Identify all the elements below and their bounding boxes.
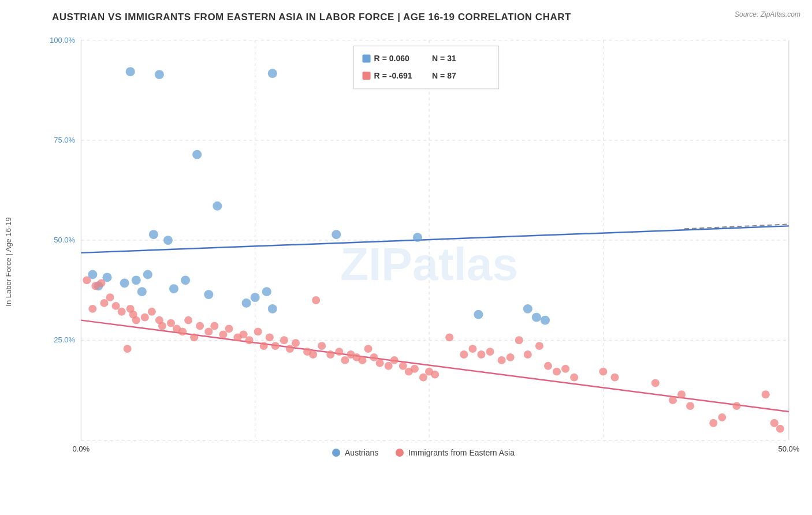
svg-point-57: [141, 314, 149, 322]
svg-point-34: [137, 287, 147, 296]
svg-point-95: [385, 362, 393, 370]
svg-point-63: [178, 327, 187, 335]
svg-point-41: [268, 304, 277, 314]
svg-text:R = 0.060: R = 0.060: [374, 54, 410, 63]
svg-point-105: [468, 345, 476, 353]
svg-rect-129: [353, 46, 498, 89]
svg-point-66: [196, 322, 204, 330]
svg-point-102: [431, 371, 439, 379]
svg-point-51: [106, 293, 114, 301]
svg-point-99: [411, 365, 419, 373]
svg-point-127: [770, 419, 779, 427]
svg-point-42: [474, 310, 483, 319]
svg-point-108: [498, 356, 506, 364]
svg-point-85: [318, 342, 326, 350]
svg-point-87: [335, 348, 343, 356]
svg-point-110: [515, 336, 523, 344]
svg-point-100: [419, 374, 427, 382]
svg-point-118: [610, 374, 619, 382]
svg-point-114: [553, 368, 561, 376]
svg-text:N = 31: N = 31: [432, 54, 456, 63]
svg-point-96: [390, 356, 398, 364]
svg-text:N = 87: N = 87: [432, 71, 456, 80]
svg-point-97: [399, 362, 407, 370]
svg-point-94: [376, 359, 384, 367]
svg-point-50: [100, 299, 108, 307]
svg-text:75.0%: 75.0%: [54, 136, 75, 144]
svg-rect-130: [363, 55, 371, 63]
svg-point-79: [280, 336, 288, 344]
svg-point-39: [251, 293, 260, 302]
source-text: Source: ZipAtlas.com: [735, 10, 800, 18]
svg-point-52: [112, 302, 120, 310]
svg-point-93: [370, 353, 378, 361]
svg-point-49: [88, 305, 96, 313]
svg-point-26: [331, 230, 341, 239]
legend-eastern-asia: Immigrants from Eastern Asia: [396, 448, 515, 457]
bottom-legend: Austrians Immigrants from Eastern Asia: [332, 448, 515, 457]
svg-point-61: [167, 319, 175, 327]
svg-point-20: [155, 70, 164, 79]
svg-point-128: [776, 425, 784, 433]
svg-text:R = -0.691: R = -0.691: [374, 71, 412, 80]
svg-point-24: [149, 230, 158, 239]
svg-point-91: [358, 356, 366, 364]
svg-point-56: [132, 316, 140, 324]
chart-svg: 100.0% 75.0% 50.0% 25.0% 0.0% 50.0%: [46, 29, 800, 463]
svg-point-48: [97, 279, 105, 287]
svg-point-67: [124, 345, 132, 353]
svg-point-37: [204, 290, 213, 299]
svg-point-109: [506, 353, 515, 361]
svg-point-124: [718, 413, 726, 421]
svg-point-83: [309, 350, 317, 359]
svg-point-69: [210, 322, 218, 330]
svg-point-35: [169, 284, 178, 293]
chart-area: 100.0% 75.0% 50.0% 25.0% 0.0% 50.0%: [46, 29, 800, 463]
svg-point-65: [190, 333, 198, 341]
y-axis-label: In Labor Force | Age 16-19: [4, 217, 13, 306]
legend-austrians: Austrians: [332, 448, 378, 457]
svg-text:ZIPatlas: ZIPatlas: [340, 239, 518, 290]
svg-point-86: [326, 350, 334, 359]
svg-point-120: [669, 396, 677, 404]
svg-text:100.0%: 100.0%: [50, 36, 76, 44]
svg-point-116: [570, 374, 578, 382]
svg-point-21: [268, 69, 277, 78]
svg-point-111: [524, 350, 532, 359]
svg-point-70: [219, 330, 227, 338]
austrians-legend-icon: [332, 449, 340, 457]
svg-point-33: [143, 270, 152, 279]
svg-point-125: [732, 402, 740, 410]
svg-point-23: [213, 201, 222, 211]
svg-point-80: [286, 345, 294, 353]
svg-point-46: [83, 276, 91, 284]
svg-point-25: [163, 236, 173, 245]
eastern-asia-legend-label: Immigrants from Eastern Asia: [408, 448, 515, 457]
svg-point-126: [762, 390, 770, 398]
svg-point-106: [477, 350, 485, 359]
svg-text:0.0%: 0.0%: [72, 445, 90, 453]
svg-point-73: [240, 330, 248, 338]
svg-point-68: [204, 327, 213, 335]
svg-point-44: [532, 313, 541, 322]
svg-point-31: [120, 278, 129, 288]
svg-point-117: [599, 368, 607, 376]
svg-point-38: [242, 298, 251, 308]
svg-point-19: [126, 67, 135, 76]
svg-point-107: [486, 348, 494, 356]
svg-point-60: [158, 322, 166, 330]
svg-point-84: [312, 296, 320, 304]
svg-text:50.0%: 50.0%: [778, 445, 799, 453]
svg-point-103: [445, 333, 453, 341]
svg-point-121: [677, 390, 686, 398]
eastern-asia-legend-icon: [396, 449, 404, 457]
svg-point-45: [541, 316, 550, 325]
svg-point-75: [254, 327, 262, 335]
svg-point-115: [561, 365, 569, 373]
svg-point-104: [460, 350, 468, 359]
svg-point-43: [523, 304, 532, 314]
svg-point-92: [364, 345, 373, 353]
svg-point-77: [266, 333, 274, 341]
svg-point-122: [686, 402, 694, 410]
svg-text:25.0%: 25.0%: [54, 335, 75, 344]
